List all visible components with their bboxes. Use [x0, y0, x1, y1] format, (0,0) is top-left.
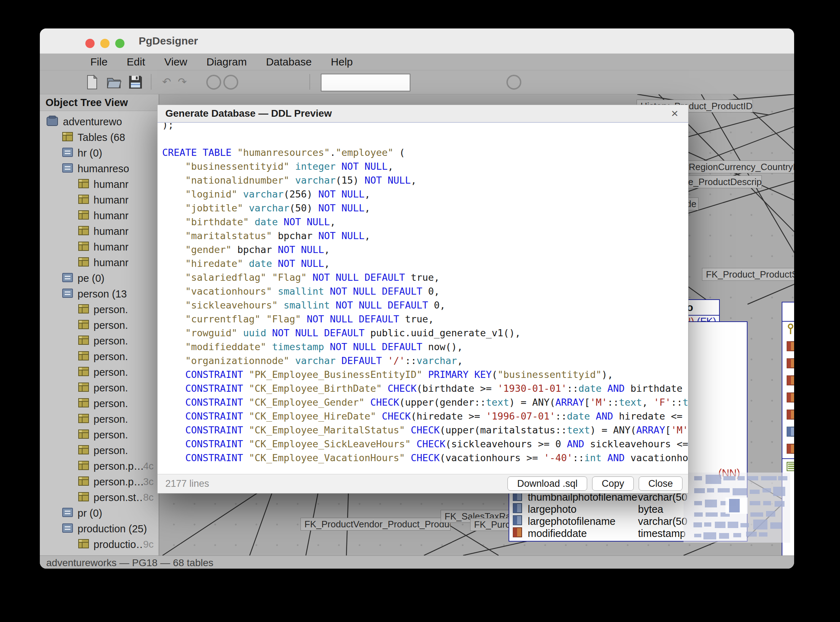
tree-item[interactable]: humanr: [40, 177, 158, 192]
minimap-table-marker: [718, 488, 730, 492]
sql-line: CONSTRAINT "CK_Employee_HireDate" CHECK(…: [162, 409, 688, 423]
tree-item[interactable]: adventurewo: [40, 114, 158, 130]
toolbar-search-input[interactable]: [321, 74, 410, 91]
sql-line: "gender" bpchar NOT NULL,: [162, 243, 688, 256]
zoom-out-icon[interactable]: [223, 75, 238, 90]
sql-line: CONSTRAINT "CK_Employee_BirthDate" CHECK…: [162, 381, 688, 395]
sql-line: "loginid" varchar(256) NOT NULL,: [162, 187, 688, 201]
tree-item[interactable]: productio…9c: [40, 537, 158, 552]
menu-item-view[interactable]: View: [164, 56, 187, 68]
tree-item[interactable]: person.: [40, 412, 158, 427]
tree-item[interactable]: humanr: [40, 192, 158, 208]
tree-item[interactable]: person.: [40, 396, 158, 412]
minimize-window-button[interactable]: [100, 39, 110, 48]
table-row: re: [782, 373, 794, 390]
gear-icon[interactable]: [507, 75, 521, 90]
minimap-table-marker: [746, 532, 757, 537]
menu-item-database[interactable]: Database: [266, 56, 312, 68]
relationship-label[interactable]: FK_ProductVendor_Product_ProductID: [300, 518, 450, 531]
table-icon: [78, 414, 89, 424]
diagram-minimap[interactable]: [683, 473, 790, 543]
table-icon: [78, 351, 89, 362]
tree-item[interactable]: person.: [40, 317, 158, 333]
tree-item[interactable]: Tables (68: [40, 130, 158, 145]
tree-item[interactable]: person.: [40, 333, 158, 349]
menu-item-help[interactable]: Help: [331, 56, 353, 68]
tree-item-label: person.: [94, 304, 128, 316]
table-icon: [78, 257, 89, 268]
relationship-label[interactable]: FK_Product_ProductSubcate: [702, 268, 794, 281]
col-orange-icon: [787, 341, 794, 354]
minimap-table-marker: [773, 487, 785, 496]
download-sql-button[interactable]: Download .sql: [507, 476, 587, 491]
window-titlebar: PgDesigner: [40, 29, 794, 54]
minimap-table-marker: [733, 488, 747, 495]
tree-item[interactable]: humanr: [40, 239, 158, 255]
column-name: largephoto: [528, 503, 638, 515]
tree-item[interactable]: humanr: [40, 224, 158, 239]
col-orange-icon: [787, 444, 794, 456]
save-icon[interactable]: [127, 74, 144, 90]
tree-item[interactable]: person.p…4c: [40, 458, 158, 474]
close-window-button[interactable]: [85, 39, 94, 48]
tree-item[interactable]: person.p…3c: [40, 474, 158, 489]
schema-icon: [62, 508, 73, 518]
ddl-code-view[interactable]: ); CREATE TABLE "humanresources"."employ…: [158, 123, 688, 474]
menu-item-diagram[interactable]: Diagram: [207, 56, 247, 68]
minimap-table-marker: [694, 534, 701, 537]
tree-item[interactable]: person.: [40, 443, 158, 458]
minimap-table-marker: [719, 533, 729, 539]
table-icon: [78, 383, 89, 393]
tree-item[interactable]: person.: [40, 380, 158, 396]
minimap-table-marker: [750, 501, 760, 505]
tree-item[interactable]: humanr: [40, 208, 158, 224]
tree-item[interactable]: production (25): [40, 521, 158, 537]
tree-item-label: person (13: [78, 288, 127, 300]
object-tree: adventurewoTables (68hr (0)humanresohuma…: [40, 111, 158, 552]
tree-item[interactable]: humanr: [40, 255, 158, 270]
table-row: m: [782, 441, 794, 458]
tree-item[interactable]: person.: [40, 349, 158, 364]
col-blue-icon: [787, 427, 794, 439]
menu-item-edit[interactable]: Edit: [126, 56, 145, 68]
sql-line: "maritalstatus" bpchar NOT NULL,: [162, 229, 688, 243]
table-icon: [78, 430, 89, 440]
menu-bar: FileEditViewDiagramDatabaseHelp: [40, 54, 794, 70]
database-icon: [46, 116, 58, 128]
tree-item[interactable]: person.: [40, 302, 158, 317]
tree-item[interactable]: person.: [40, 427, 158, 443]
tree-item[interactable]: pe (0): [40, 270, 158, 286]
table-row: p: [782, 339, 794, 356]
dialog-close-icon[interactable]: ×: [671, 105, 678, 121]
tree-item[interactable]: pr (0): [40, 505, 158, 521]
open-folder-icon[interactable]: [106, 74, 122, 90]
tree-item[interactable]: person.: [40, 364, 158, 380]
col-orange-icon: [787, 392, 794, 405]
tree-item-label: hr (0): [78, 147, 102, 159]
minimap-table-marker: [715, 521, 726, 528]
dialog-titlebar: Generate Database — DDL Preview ×: [158, 105, 688, 123]
table-icon: [78, 195, 89, 205]
sidebar-panel: Object Tree View adventurewoTables (68hr…: [40, 94, 159, 555]
redo-arrow-icon[interactable]: ↷: [178, 75, 187, 88]
minimap-table-marker: [747, 476, 758, 480]
tree-item[interactable]: hr (0): [40, 145, 158, 161]
tree-item-label: person.st…: [94, 492, 143, 503]
table-row: re: [782, 356, 794, 373]
copy-button[interactable]: Copy: [592, 476, 634, 491]
undo-arrow-icon[interactable]: ↶: [162, 75, 171, 88]
tree-item-label: person.: [94, 445, 128, 457]
tree-item[interactable]: humanreso: [40, 161, 158, 177]
zoom-in-icon[interactable]: [206, 75, 221, 90]
new-file-icon[interactable]: [84, 74, 100, 90]
close-button[interactable]: Close: [639, 476, 682, 491]
tree-item[interactable]: person (13: [40, 286, 158, 302]
tree-item[interactable]: person.st…8c: [40, 489, 158, 505]
tree-item-label: humanr: [94, 194, 128, 206]
tree-item-label: humanr: [94, 210, 128, 222]
minimap-table-marker: [763, 501, 771, 505]
col-blue-icon: [513, 515, 522, 528]
zoom-window-button[interactable]: [115, 39, 125, 48]
menu-item-file[interactable]: File: [90, 56, 107, 68]
sidebar-header: Object Tree View: [40, 94, 158, 111]
